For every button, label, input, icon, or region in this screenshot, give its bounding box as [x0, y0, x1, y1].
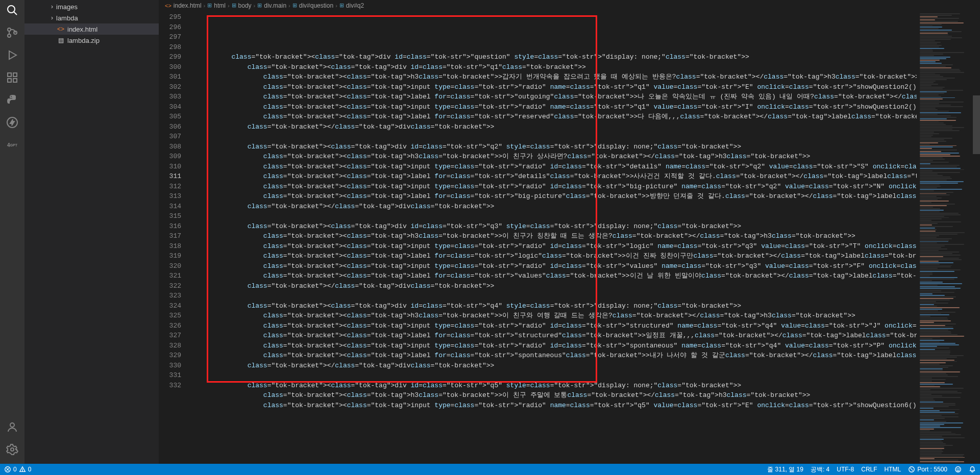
breadcrumb-icon: ⊞ — [292, 2, 297, 9]
status-eol[interactable]: CRLF — [861, 466, 877, 473]
warnings-count: 0 — [28, 466, 32, 473]
status-line-col[interactable]: 줄 311, 열 19 — [767, 465, 803, 474]
tree-item-lambda[interactable]: ›lambda — [24, 12, 159, 23]
line-number: 329 — [159, 351, 181, 361]
code-line[interactable]: class="tok-bracket"><class="tok-tag">inp… — [191, 241, 917, 252]
thunder-icon[interactable] — [6, 116, 18, 129]
status-errors[interactable]: 0 0 — [4, 466, 31, 473]
line-number: 300 — [159, 62, 181, 72]
breadcrumb-icon: <> — [165, 3, 172, 9]
code-line[interactable]: class="tok-bracket"><class="tok-tag">inp… — [191, 401, 917, 411]
tree-item-images[interactable]: ›images — [24, 1, 159, 12]
code-line[interactable]: class="tok-bracket"><class="tok-tag">h3c… — [191, 231, 917, 241]
code-line[interactable] — [191, 132, 917, 142]
line-number: 295 — [159, 12, 181, 22]
breadcrumb-item[interactable]: ⊞div#question — [292, 2, 333, 9]
status-bell-icon[interactable] — [969, 466, 976, 473]
line-number: 313 — [159, 191, 181, 202]
code-line[interactable]: class="tok-bracket"><class="tok-tag">inp… — [191, 321, 917, 331]
settings-gear-icon[interactable] — [6, 443, 18, 456]
code-line[interactable]: class="tok-bracket"><class="tok-tag">lab… — [191, 271, 917, 281]
tree-label: lambda.zip — [67, 37, 100, 44]
breadcrumb-label: div#question — [299, 2, 333, 9]
code-line[interactable] — [191, 410, 917, 420]
breadcrumb-separator: › — [254, 3, 256, 9]
account-icon[interactable] — [6, 421, 18, 433]
breadcrumb-label: body — [238, 2, 252, 9]
status-port[interactable]: Port : 5500 — [908, 466, 947, 473]
breadcrumb-separator: › — [204, 3, 206, 9]
breadcrumb-item[interactable]: ⊞div.main — [257, 2, 286, 9]
status-spaces[interactable]: 공백: 4 — [811, 465, 829, 474]
code-line[interactable]: class="tok-bracket"></class="tok-tag">di… — [191, 281, 917, 291]
line-number: 309 — [159, 152, 181, 162]
svg-point-11 — [10, 423, 14, 427]
code-line[interactable]: class="tok-bracket"><class="tok-tag">div… — [191, 221, 917, 232]
run-debug-icon[interactable] — [6, 49, 18, 61]
breadcrumb-item[interactable]: <>index.html — [165, 2, 202, 9]
code-line[interactable]: class="tok-bracket"><class="tok-tag">div… — [191, 301, 917, 311]
scrollbar-thumb[interactable] — [973, 95, 980, 154]
search-icon[interactable] — [6, 4, 18, 16]
breadcrumb-separator: › — [288, 3, 290, 9]
code-line[interactable] — [191, 291, 917, 301]
code-line[interactable]: class="tok-bracket"></class="tok-tag">di… — [191, 122, 917, 132]
line-number: 316 — [159, 221, 181, 232]
minimap[interactable] — [917, 11, 973, 464]
code-area[interactable]: class="tok-bracket"><class="tok-tag">div… — [191, 11, 917, 464]
status-bar: 0 0 줄 311, 열 19 공백: 4 UTF-8 CRLF HTML Po… — [0, 464, 980, 475]
code-line[interactable]: class="tok-bracket"><class="tok-tag">inp… — [191, 162, 917, 172]
svg-line-1 — [14, 12, 17, 15]
code-line[interactable]: class="tok-bracket"><class="tok-tag">div… — [191, 52, 917, 62]
tree-item-lambda-zip[interactable]: ▤lambda.zip — [24, 35, 159, 46]
breadcrumb-icon: ⊞ — [257, 2, 262, 9]
svg-marker-5 — [9, 51, 16, 59]
status-feedback-icon[interactable] — [954, 466, 962, 473]
status-encoding[interactable]: UTF-8 — [837, 466, 854, 473]
code-line[interactable]: class="tok-bracket"><class="tok-tag">inp… — [191, 82, 917, 92]
code-line[interactable]: class="tok-bracket"><class="tok-tag">h3c… — [191, 390, 917, 401]
code-line[interactable]: class="tok-bracket"><class="tok-tag">inp… — [191, 261, 917, 271]
source-control-icon[interactable] — [6, 27, 18, 39]
code-line[interactable]: class="tok-bracket"><class="tok-tag">inp… — [191, 102, 917, 112]
line-number: 301 — [159, 72, 181, 82]
breadcrumb-item[interactable]: ⊞html — [207, 2, 226, 9]
gpt-icon[interactable]: 4GPT — [6, 139, 18, 151]
code-line[interactable]: class="tok-bracket"><class="tok-tag">div… — [191, 381, 917, 391]
code-line[interactable]: class="tok-bracket"><class="tok-tag">inp… — [191, 341, 917, 351]
code-line[interactable] — [191, 370, 917, 381]
code-line[interactable] — [191, 42, 917, 53]
tree-item-index-html[interactable]: <>index.html — [24, 23, 159, 35]
line-number: 319 — [159, 251, 181, 261]
code-line[interactable]: class="tok-bracket"></class="tok-tag">di… — [191, 361, 917, 371]
errors-count: 0 — [13, 466, 17, 473]
code-line[interactable]: class="tok-bracket"><class="tok-tag">div… — [191, 142, 917, 152]
code-line[interactable]: class="tok-bracket"><class="tok-tag">h3c… — [191, 311, 917, 321]
python-icon[interactable] — [6, 94, 18, 106]
svg-rect-6 — [8, 73, 11, 77]
breadcrumb-item[interactable]: ⊞body — [232, 2, 252, 9]
svg-point-17 — [22, 470, 22, 471]
vertical-scrollbar[interactable] — [973, 11, 980, 464]
code-line[interactable] — [191, 211, 917, 221]
code-line[interactable]: class="tok-bracket"><class="tok-tag">div… — [191, 62, 917, 72]
extensions-icon[interactable] — [6, 71, 18, 84]
code-line[interactable]: class="tok-bracket"><class="tok-tag">h3c… — [191, 72, 917, 82]
breadcrumb-separator: › — [335, 3, 337, 9]
code-line[interactable]: class="tok-bracket"><class="tok-tag">lab… — [191, 191, 917, 202]
code-line[interactable]: class="tok-bracket"><class="tok-tag">lab… — [191, 92, 917, 102]
breadcrumb-item[interactable]: ⊞div#q2 — [339, 2, 364, 9]
code-line[interactable]: class="tok-bracket"><class="tok-tag">lab… — [191, 351, 917, 361]
code-line[interactable]: class="tok-bracket"><class="tok-tag">lab… — [191, 112, 917, 122]
code-line[interactable]: class="tok-bracket"><class="tok-tag">lab… — [191, 331, 917, 341]
line-number: 310 — [159, 162, 181, 172]
line-number: 327 — [159, 331, 181, 341]
breadcrumb[interactable]: <>index.html›⊞html›⊞body›⊞div.main›⊞div#… — [159, 0, 980, 11]
status-language[interactable]: HTML — [885, 466, 901, 473]
code-line[interactable]: class="tok-bracket"></class="tok-tag">di… — [191, 202, 917, 212]
main-area: 4GPT ›images›lambda<>index.html▤lambda.z… — [0, 0, 980, 464]
code-line[interactable]: class="tok-bracket"><class="tok-tag">lab… — [191, 171, 917, 182]
code-line[interactable]: class="tok-bracket"><class="tok-tag">lab… — [191, 251, 917, 261]
code-line[interactable]: class="tok-bracket"><class="tok-tag">inp… — [191, 182, 917, 192]
code-line[interactable]: class="tok-bracket"><class="tok-tag">h3c… — [191, 152, 917, 162]
